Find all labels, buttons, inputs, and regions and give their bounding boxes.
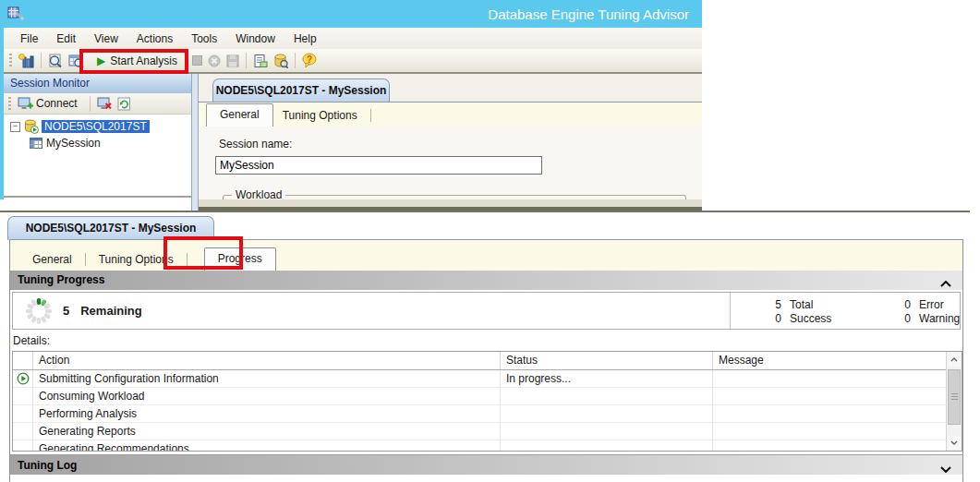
document-tab[interactable]: NODE5\SQL2017ST - MySession (212, 78, 390, 102)
message-cell (713, 405, 948, 422)
stop-analysis-button[interactable] (189, 54, 205, 67)
tree-session-label: MySession (46, 137, 101, 150)
help-button[interactable]: ? (299, 51, 320, 70)
view-reports-button[interactable] (66, 52, 87, 70)
toolbar-separator (295, 53, 296, 68)
tune-database-button[interactable] (271, 52, 291, 70)
cancel-button[interactable] (205, 53, 224, 69)
progress-summary: 5 Remaining 5 Total 0 Success 0 Error (12, 292, 961, 330)
scroll-thumb[interactable] (948, 369, 961, 425)
session-monitor-header: Session Monitor (4, 74, 191, 93)
tab-general[interactable]: General (206, 103, 273, 127)
status-cell (501, 405, 713, 422)
table-row[interactable]: Performing Analysis (13, 405, 962, 423)
menu-item-actions[interactable]: Actions (127, 30, 182, 48)
action-cell: Consuming Workload (33, 388, 501, 404)
window-title: Database Engine Tuning Advisor (488, 6, 689, 22)
help-icon: ? (302, 53, 317, 68)
stat-warning: 0 Warning (896, 311, 980, 325)
start-analysis-label: Start Analysis (110, 54, 187, 67)
table-row[interactable]: Generating Reports (13, 423, 962, 440)
table-row[interactable]: Consuming Workload (13, 388, 962, 405)
toolbar-separator (90, 96, 91, 112)
stop-icon (192, 55, 202, 66)
open-session-button[interactable] (45, 52, 66, 70)
tab-general[interactable]: General (23, 249, 81, 271)
tuning-log-header[interactable]: Tuning Log (10, 454, 962, 475)
tree-server-label: NODE5\SQL2017ST (42, 120, 150, 133)
toolbar-grip[interactable] (8, 97, 11, 111)
refresh-button[interactable] (115, 95, 134, 113)
message-cell (713, 423, 948, 440)
tab-progress[interactable]: Progress (204, 247, 276, 271)
summary-divider (730, 293, 731, 329)
app-icon[interactable] (7, 5, 24, 24)
menu-item-file[interactable]: File (11, 30, 47, 48)
new-session-button[interactable] (16, 52, 37, 70)
scroll-up-button[interactable] (948, 353, 961, 367)
toolbar-grip[interactable] (9, 54, 12, 67)
screenshot-cut-edge (199, 199, 702, 211)
top-tab-panel: General Tuning Options Session name: Wor… (199, 102, 702, 199)
details-grid: Action Status Message Submitting Configu… (12, 351, 962, 452)
toolbar: ▶ Start Analysis (4, 49, 702, 74)
connect-label: Connect (36, 97, 78, 110)
connect-button[interactable]: Connect (15, 94, 86, 113)
session-monitor-toolbar: Connect (4, 93, 191, 114)
tab-tuning-options[interactable]: Tuning Options (90, 249, 183, 271)
clone-session-button[interactable] (250, 52, 271, 70)
menu-item-tools[interactable]: Tools (182, 30, 226, 48)
remaining-count: 5 (63, 304, 69, 318)
toolbar-separator (246, 53, 247, 68)
progress-tab-panel: General Tuning Options Progress Tuning P… (9, 239, 963, 482)
start-analysis-button[interactable]: ▶ Start Analysis (87, 53, 189, 69)
session-name-input[interactable] (215, 156, 542, 175)
tree-expander-icon[interactable]: − (10, 122, 20, 132)
session-name-label: Session name: (219, 138, 292, 151)
menu-item-edit[interactable]: Edit (47, 30, 85, 48)
database-server-icon (24, 119, 39, 134)
tab-separator (85, 253, 86, 266)
column-header-status[interactable]: Status (501, 352, 713, 369)
document-tab-title: NODE5\SQL2017ST - MySession (216, 84, 387, 97)
tab-strip: General Tuning Options (199, 102, 702, 127)
column-header-action[interactable]: Action (33, 352, 501, 369)
message-cell (713, 370, 948, 387)
tab-separator (187, 253, 188, 266)
menu-item-help[interactable]: Help (284, 30, 326, 48)
grid-header-row: Action Status Message (13, 352, 962, 370)
document-tab[interactable]: NODE5\SQL2017ST - MySession (7, 216, 214, 240)
disconnect-icon (97, 96, 112, 111)
table-row[interactable]: Generating Recommendations (13, 440, 962, 452)
remaining-label: Remaining (80, 304, 141, 318)
panel-splitter[interactable] (191, 74, 199, 211)
save-button[interactable] (224, 53, 242, 69)
column-header-message[interactable]: Message (713, 352, 948, 369)
menu-item-view[interactable]: View (85, 30, 127, 48)
scroll-down-button[interactable] (948, 436, 961, 450)
tab-strip: General Tuning Options Progress (10, 240, 962, 271)
tuning-progress-header[interactable]: Tuning Progress (10, 271, 962, 290)
menu-item-window[interactable]: Window (226, 30, 284, 48)
session-tree: − NODE5\SQL2017ST MySession (4, 114, 191, 198)
column-header-icon (13, 352, 33, 369)
tree-item-session[interactable]: MySession (4, 135, 191, 151)
expand-chevron-icon[interactable] (940, 459, 951, 479)
disconnect-button[interactable] (94, 94, 115, 113)
details-label: Details: (13, 334, 50, 347)
in-progress-icon (17, 372, 30, 385)
tree-item-server[interactable]: − NODE5\SQL2017ST (4, 118, 191, 135)
collapse-chevron-icon[interactable] (940, 274, 951, 294)
save-icon (226, 54, 239, 67)
message-cell (713, 440, 948, 452)
row-status-cell (13, 405, 33, 422)
action-cell: Generating Reports (33, 423, 501, 440)
table-row[interactable]: Submitting Configuration Information In … (13, 370, 962, 388)
stat-success: 0 Success (767, 311, 896, 325)
row-status-cell (13, 388, 33, 404)
progress-spinner-icon (24, 296, 54, 329)
tab-tuning-options[interactable]: Tuning Options (273, 105, 367, 127)
connect-icon (18, 96, 33, 111)
new-session-icon (18, 54, 34, 68)
vertical-scrollbar[interactable] (946, 352, 962, 451)
